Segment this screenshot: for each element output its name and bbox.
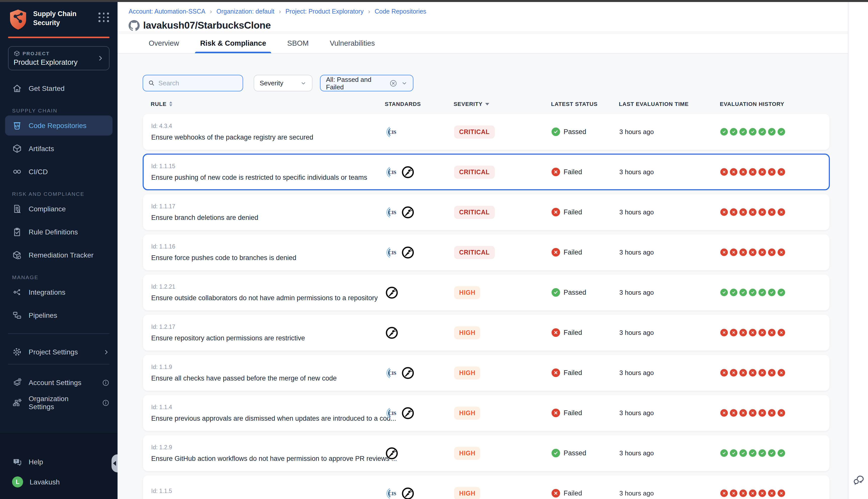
sidebar-item-account-settings[interactable]: Account Settings — [0, 373, 118, 392]
column-header-severity[interactable]: SEVERITY — [454, 101, 551, 107]
owasp-standard-icon — [401, 166, 414, 179]
rule-id: Id: 1.2.17 — [151, 324, 385, 330]
history-failed-icon — [720, 369, 728, 377]
history-failed-icon — [739, 208, 747, 216]
cube-icon — [12, 144, 22, 154]
sidebar-item-compliance[interactable]: Compliance — [0, 199, 118, 219]
history-failed-icon — [749, 329, 757, 336]
history-failed-icon — [768, 489, 775, 497]
tab-overview[interactable]: Overview — [146, 34, 182, 53]
info-icon[interactable] — [102, 399, 109, 406]
tab-risk-and-compliance[interactable]: Risk & Compliance — [197, 34, 269, 53]
status-cell: Passed — [552, 449, 619, 457]
user-menu[interactable]: L Lavakush — [0, 472, 118, 492]
status-cell: Failed — [552, 328, 619, 337]
sidebar-item-code-repositories[interactable]: Code Repositories — [5, 115, 112, 135]
severity-filter[interactable]: Severity — [254, 75, 312, 92]
severity-badge: CRITICAL — [454, 206, 495, 219]
evaluation-time: 3 hours ago — [619, 208, 720, 216]
rule-row[interactable]: Id: 1.1.9 Ensure all checks have passed … — [143, 354, 830, 391]
rule-row[interactable]: Id: 4.3.4 Ensure webhooks of the package… — [143, 113, 830, 150]
tab-vulnerabilities[interactable]: Vulnerabilities — [327, 34, 378, 53]
sidebar-item-help[interactable]: ? Help — [0, 452, 118, 472]
severity-badge: HIGH — [454, 406, 481, 419]
sidebar-item-label: Project Settings — [29, 348, 78, 356]
search-input[interactable] — [158, 79, 238, 87]
sidebar-item-project-settings[interactable]: Project Settings — [0, 342, 118, 362]
apps-grid-icon[interactable] — [98, 13, 109, 22]
status-icon — [552, 288, 560, 297]
rule-row[interactable]: Id: 1.1.17 Ensure branch deletions are d… — [143, 194, 830, 230]
chevron-down-icon — [401, 80, 407, 86]
home-icon — [12, 83, 22, 93]
page-title: lavakush07/StarbucksClone — [143, 20, 271, 31]
breadcrumb-project[interactable]: Project: Product Exploratory — [285, 8, 363, 15]
status-label: Failed — [564, 208, 582, 216]
history-failed-icon — [730, 489, 737, 497]
sidebar-item-label: Remediation Tracker — [29, 251, 94, 259]
history-failed-icon — [777, 208, 785, 216]
sidebar-item-get-started[interactable]: Get Started — [0, 78, 118, 98]
rule-row[interactable]: Id: 1.2.17 Ensure repository action perm… — [143, 314, 830, 351]
rule-row[interactable]: Id: 1.2.21 Ensure outside collaborators … — [143, 274, 830, 311]
history-failed-icon — [759, 248, 766, 256]
brand-title: Supply Chain Security — [33, 10, 88, 27]
column-header-rule[interactable]: RULE — [151, 101, 385, 107]
cis-standard-icon: CIS — [385, 166, 398, 179]
sidebar-item-cicd[interactable]: CI/CD — [0, 162, 118, 182]
rule-row[interactable]: Id: 1.1.16 Ensure force pushes code to b… — [143, 234, 830, 271]
sidebar-item-artifacts[interactable]: Artifacts — [0, 138, 118, 159]
project-switcher[interactable]: PROJECT Product Exploratory — [8, 46, 109, 70]
status-cell: Failed — [552, 368, 619, 377]
history-failed-icon — [730, 409, 737, 417]
rule-row[interactable]: Id: 1.1.4 Ensure previous approvals are … — [143, 394, 830, 431]
status-cell: Failed — [552, 248, 619, 257]
sort-icon[interactable] — [169, 101, 172, 107]
chat-support-icon[interactable] — [853, 474, 865, 486]
brand-shield-logo — [8, 9, 28, 31]
sidebar-item-pipelines[interactable]: Pipelines — [0, 305, 118, 325]
evaluation-time: 3 hours ago — [619, 289, 720, 296]
sidebar-collapse-handle[interactable] — [111, 454, 118, 472]
severity-badge: HIGH — [454, 286, 481, 299]
cis-standard-icon: CIS — [385, 246, 398, 259]
integrations-icon — [12, 287, 22, 297]
rule-description: Ensure outside collaborators do not have… — [151, 294, 385, 302]
column-header-standards: STANDARDS — [385, 101, 454, 107]
rule-id: Id: 1.2.9 — [151, 444, 385, 450]
sidebar-item-integrations[interactable]: Integrations — [0, 282, 118, 302]
status-icon — [552, 168, 560, 176]
history-passed-icon — [749, 449, 757, 457]
history-passed-icon — [720, 449, 728, 457]
rule-row[interactable]: Id: 1.1.15 Ensure pushing of new code is… — [143, 154, 830, 190]
history-failed-icon — [730, 168, 737, 176]
rule-id: Id: 1.1.4 — [151, 404, 385, 410]
main-content: Account: Automation-SSCA › Organization:… — [118, 2, 848, 499]
rule-row[interactable]: Id: 1.2.9 Ensure GitHub action workflows… — [143, 435, 830, 471]
sidebar-item-rule-definitions[interactable]: Rule Definitions — [0, 222, 118, 242]
sidebar-item-remediation-tracker[interactable]: Remediation Tracker — [0, 245, 118, 265]
right-rail — [848, 2, 868, 499]
history-failed-icon — [759, 409, 766, 417]
status-icon — [552, 449, 560, 457]
history-passed-icon — [730, 289, 737, 296]
breadcrumb-code-repositories[interactable]: Code Repositories — [375, 8, 426, 15]
severity-badge: CRITICAL — [454, 166, 495, 179]
clear-filter-icon[interactable] — [389, 79, 397, 87]
owasp-standard-icon — [385, 286, 398, 299]
history-cell — [720, 449, 829, 457]
layers-gear-icon — [12, 378, 22, 388]
history-passed-icon — [777, 128, 785, 135]
status-filter[interactable]: All: Passed and Failed — [320, 75, 413, 92]
breadcrumb-organization[interactable]: Organization: default — [217, 8, 275, 15]
history-failed-icon — [777, 329, 785, 336]
rule-row[interactable]: Id: 1.1.5 CIS HIGH Failed 3 — [143, 475, 830, 499]
tab-sbom[interactable]: SBOM — [284, 34, 312, 53]
history-passed-icon — [720, 289, 728, 296]
chevron-right-icon — [103, 349, 109, 355]
history-passed-icon — [768, 289, 775, 296]
breadcrumb-account[interactable]: Account: Automation-SSCA — [129, 8, 205, 15]
info-icon[interactable] — [102, 379, 109, 386]
history-passed-icon — [720, 128, 728, 135]
sidebar-item-organization-settings[interactable]: Organization Settings — [0, 392, 118, 413]
